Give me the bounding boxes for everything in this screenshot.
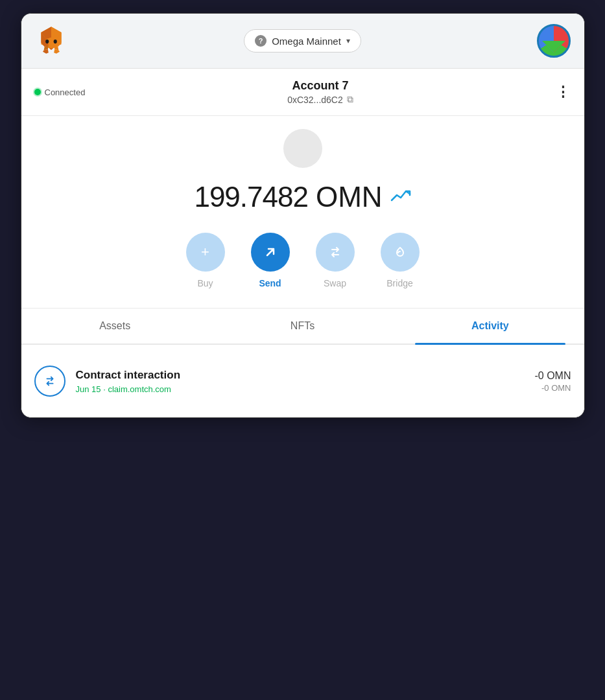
tx-date: Jun 15: [76, 384, 101, 394]
tx-details: Contract interaction Jun 15 · claim.omtc…: [76, 369, 525, 394]
network-question-icon: ?: [255, 35, 267, 47]
tx-amount-main: -0 OMN: [535, 370, 571, 382]
bridge-action[interactable]: Bridge: [381, 233, 420, 288]
svg-point-10: [45, 40, 49, 43]
balance-display: 199.7482 OMN: [34, 181, 571, 213]
svg-marker-9: [54, 49, 60, 54]
balance-currency: OMN: [316, 181, 383, 213]
send-button[interactable]: [251, 233, 290, 272]
transactions-section: Contract interaction Jun 15 · claim.omtc…: [21, 345, 584, 417]
metamask-logo: [34, 24, 68, 58]
action-buttons: + Buy Send Swap: [34, 233, 571, 288]
bridge-icon: [392, 244, 408, 260]
bridge-button[interactable]: [381, 233, 420, 272]
account-section: Connected Account 7 0xC32...d6C2 ⧉ ⋮: [21, 69, 584, 116]
send-action[interactable]: Send: [251, 233, 290, 288]
connected-label: Connected: [45, 88, 86, 97]
swap-label: Swap: [324, 278, 346, 288]
balance-section: 199.7482 OMN + Buy: [21, 116, 584, 309]
svg-point-11: [53, 40, 56, 43]
account-name: Account 7: [287, 79, 353, 93]
copy-address-icon[interactable]: ⧉: [347, 94, 353, 105]
connected-badge: Connected: [34, 88, 86, 97]
tx-amount-sub: -0 OMN: [535, 383, 571, 393]
token-avatar: [283, 129, 322, 168]
chevron-down-icon: ▾: [346, 36, 350, 45]
tx-title: Contract interaction: [76, 369, 525, 382]
tab-activity-label: Activity: [471, 320, 509, 331]
buy-action[interactable]: + Buy: [186, 233, 225, 288]
swap-button[interactable]: [316, 233, 355, 272]
tabs: Assets NFTs Activity: [21, 309, 584, 345]
address-text: 0xC32...d6C2: [287, 95, 343, 105]
tab-activity[interactable]: Activity: [396, 309, 584, 344]
buy-icon: +: [201, 244, 209, 261]
buy-button[interactable]: +: [186, 233, 225, 272]
tx-meta: Jun 15 · claim.omtch.com: [76, 384, 525, 394]
tab-nfts[interactable]: NFTs: [209, 309, 396, 344]
header: ? Omega Mainnet ▾: [21, 14, 584, 69]
bridge-label: Bridge: [386, 278, 412, 288]
avatar-image: [541, 28, 567, 54]
tx-icon: [34, 366, 65, 397]
connected-dot: [34, 89, 41, 95]
balance-number: 199.7482: [194, 181, 308, 213]
send-label: Send: [259, 278, 281, 288]
account-info: Account 7 0xC32...d6C2 ⧉: [287, 79, 353, 105]
contract-interaction-icon: [43, 374, 57, 388]
send-icon: [263, 244, 278, 260]
tx-source: claim.omtch.com: [108, 384, 171, 394]
tab-assets-label: Assets: [99, 320, 130, 331]
buy-label: Buy: [197, 278, 213, 288]
svg-marker-8: [43, 49, 49, 54]
wallet-popup: ? Omega Mainnet ▾ Connected Account 7 0x…: [21, 13, 585, 418]
account-avatar[interactable]: [537, 24, 571, 58]
more-options-button[interactable]: ⋮: [556, 84, 571, 100]
swap-icon: [327, 244, 343, 260]
table-row[interactable]: Contract interaction Jun 15 · claim.omtc…: [34, 358, 571, 404]
tab-nfts-label: NFTs: [291, 320, 314, 331]
network-name: Omega Mainnet: [272, 36, 341, 47]
tx-amounts: -0 OMN -0 OMN: [535, 370, 571, 393]
swap-action[interactable]: Swap: [316, 233, 355, 288]
tab-assets[interactable]: Assets: [21, 309, 209, 344]
account-address-row: 0xC32...d6C2 ⧉: [287, 94, 353, 105]
network-selector[interactable]: ? Omega Mainnet ▾: [244, 29, 361, 52]
chart-icon[interactable]: [390, 186, 411, 209]
